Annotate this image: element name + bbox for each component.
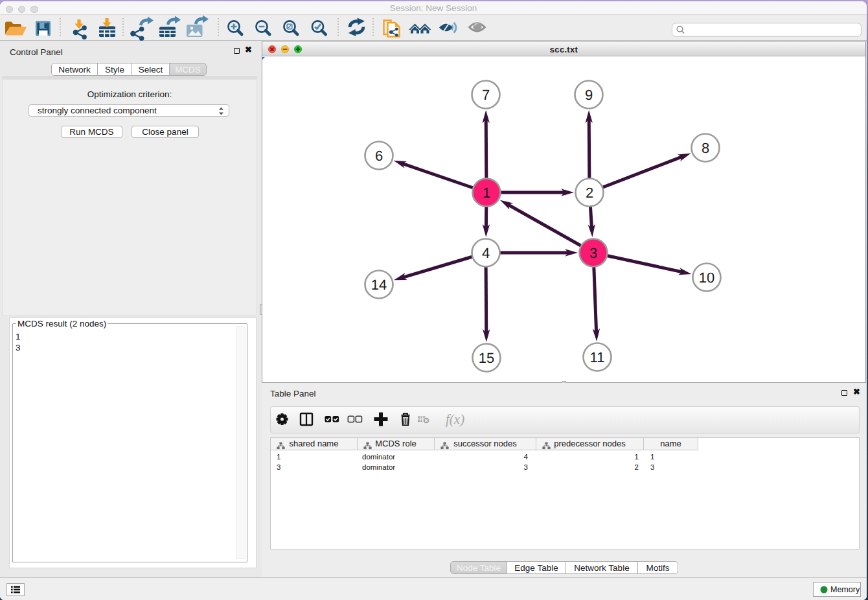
svg-text:f(x): f(x) [446,411,464,427]
svg-text:3: 3 [589,245,597,261]
svg-text:7: 7 [482,87,490,103]
svg-text:4: 4 [482,245,490,261]
svg-text:6: 6 [375,148,383,164]
svg-text:2: 2 [586,185,593,201]
svg-text:1: 1 [483,185,490,201]
svg-text:11: 11 [590,349,605,365]
svg-text:8: 8 [702,140,709,156]
svg-text:15: 15 [479,350,494,366]
svg-text:14: 14 [371,277,387,293]
svg-text:9: 9 [585,87,593,103]
svg-text:10: 10 [699,270,714,286]
